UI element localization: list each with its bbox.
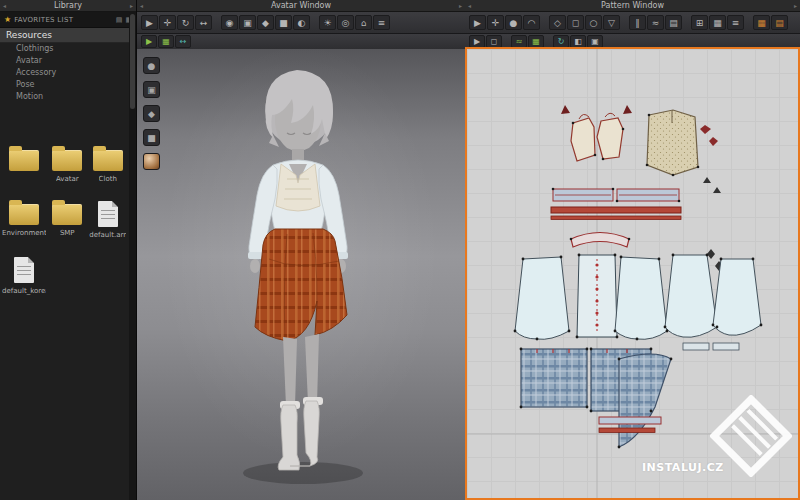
material-sphere-icon[interactable] <box>143 153 160 170</box>
library-scrollbar-thumb[interactable] <box>130 14 135 109</box>
circle-tool-icon[interactable]: ○ <box>585 15 602 30</box>
show-grid-icon[interactable]: ⊞ <box>691 15 708 30</box>
library-folder-grid: Avatar Cloth Environment SMP default.arr… <box>2 145 127 295</box>
pattern-pieces-render <box>467 49 798 498</box>
library-file-default-korean[interactable]: default_korean <box>2 255 46 295</box>
sidebar-item-pose[interactable]: Pose <box>0 79 136 91</box>
show-pose-toggle-icon[interactable]: ■ <box>275 15 292 30</box>
file-icon <box>98 201 118 227</box>
collapse-right-icon[interactable]: ▸ <box>130 0 133 11</box>
library-folder-environment[interactable]: Environment <box>2 199 46 239</box>
favorites-star-icon: ★ <box>4 15 11 24</box>
polygon-tool-icon[interactable]: ◇ <box>549 15 566 30</box>
show-shoes-icon[interactable]: ■ <box>143 129 160 146</box>
library-folder-smp[interactable]: SMP <box>48 199 87 239</box>
transform-pattern-icon[interactable]: ▶ <box>469 15 486 30</box>
favorites-label: FAVORITES LIST <box>14 16 73 24</box>
select-tool-icon[interactable]: ▶ <box>141 15 158 30</box>
measurement-tool-icon[interactable]: ↔ <box>175 35 191 48</box>
add-point-icon[interactable]: ● <box>505 15 522 30</box>
collapse-left-icon[interactable]: ◂ <box>468 0 471 11</box>
shading-mode-icon[interactable]: ◐ <box>293 15 310 30</box>
show-cloth-toggle-icon[interactable]: ▣ <box>239 15 256 30</box>
show-garment-icon[interactable]: ▣ <box>143 81 160 98</box>
avatar-3d-viewport[interactable]: ● ▣ ◆ ■ <box>137 49 465 500</box>
sidebar-item-accessory[interactable]: Accessory <box>0 67 136 79</box>
pattern-window-panel: ◂ Pattern Window ▸ ▶ ✛ ● ◠ ◇ ◻ ○ ▽ ∥ ≈ ▤ <box>465 0 800 500</box>
show-avatar-icon[interactable]: ● <box>143 57 160 74</box>
library-panel: ◂ Library ▸ ★ FAVORITES LIST ▤ ▦ Resourc… <box>0 0 137 500</box>
folder-icon <box>52 204 82 225</box>
folder-label: Avatar <box>56 175 79 183</box>
sidebar-item-avatar[interactable]: Avatar <box>0 55 136 67</box>
file-label: default_korean <box>2 287 46 295</box>
list-view-icon[interactable]: ▤ <box>116 16 123 24</box>
window-menu-icon[interactable]: ≡ <box>373 15 390 30</box>
collapse-right-icon[interactable]: ▸ <box>794 0 797 11</box>
simulate-toggle-icon[interactable]: ▶ <box>141 35 157 48</box>
avatar-toolbar-secondary: ▶ ▦ ↔ <box>137 34 465 50</box>
collapse-right-icon[interactable]: ▸ <box>459 0 462 11</box>
show-avatar-toggle-icon[interactable]: ◉ <box>221 15 238 30</box>
library-file-default-arr[interactable]: default.arr <box>89 199 128 239</box>
avatar-window-panel: ◂ Avatar Window ▸ ▶ ✛ ↻ ↔ ◉ ▣ ◆ ■ ◐ ☀ ◎ … <box>137 0 465 500</box>
sidebar-item-motion[interactable]: Motion <box>0 91 136 103</box>
show-hair-icon[interactable]: ◆ <box>143 105 160 122</box>
rectangle-tool-icon[interactable]: ◻ <box>567 15 584 30</box>
avatar-window-titlebar: ◂ Avatar Window ▸ <box>137 0 465 12</box>
file-icon <box>14 257 34 283</box>
pattern-window-titlebar: ◂ Pattern Window ▸ <box>465 0 800 12</box>
segment-sew-icon[interactable]: ∥ <box>629 15 646 30</box>
reset-camera-icon[interactable]: ⌂ <box>355 15 372 30</box>
pattern-color-icon[interactable]: ▤ <box>771 15 788 30</box>
camera-view-icon[interactable]: ◎ <box>337 15 354 30</box>
library-folder[interactable] <box>2 145 46 183</box>
free-sew-icon[interactable]: ≈ <box>647 15 664 30</box>
avatar-window-title: Avatar Window <box>271 1 331 10</box>
folder-label: Environment <box>2 229 46 237</box>
fabric-texture-icon[interactable]: ▦ <box>753 15 770 30</box>
library-titlebar: ◂ Library ▸ <box>0 0 136 12</box>
layer-menu-icon[interactable]: ≡ <box>727 15 744 30</box>
collapse-left-icon[interactable]: ◂ <box>3 0 6 11</box>
folder-icon <box>93 150 123 171</box>
file-label: default.arr <box>89 231 126 239</box>
avatar-3d-render <box>137 49 465 500</box>
dart-tool-icon[interactable]: ▽ <box>603 15 620 30</box>
scale-tool-icon[interactable]: ↔ <box>195 15 212 30</box>
light-settings-icon[interactable]: ☀ <box>319 15 336 30</box>
resources-header[interactable]: Resources <box>0 28 136 43</box>
library-scrollbar <box>129 11 136 500</box>
folder-icon <box>9 150 39 171</box>
rotate-tool-icon[interactable]: ↻ <box>177 15 194 30</box>
show-seamlines-icon[interactable]: ▤ <box>665 15 682 30</box>
fabric-grid-icon[interactable]: ▦ <box>158 35 174 48</box>
edit-pattern-icon[interactable]: ✛ <box>487 15 504 30</box>
folder-label: SMP <box>60 229 75 237</box>
texture-view-icon[interactable]: ▦ <box>709 15 726 30</box>
pattern-toolbar-main: ▶ ✛ ● ◠ ◇ ◻ ○ ▽ ∥ ≈ ▤ ⊞ ▦ ≡ ▦ <box>465 12 800 34</box>
library-title: Library <box>54 1 82 10</box>
folder-icon <box>52 150 82 171</box>
avatar-toolbar-main: ▶ ✛ ↻ ↔ ◉ ▣ ◆ ■ ◐ ☀ ◎ ⌂ ≡ <box>137 12 465 34</box>
edit-curvature-icon[interactable]: ◠ <box>523 15 540 30</box>
library-folder-avatar[interactable]: Avatar <box>48 145 87 183</box>
move-tool-icon[interactable]: ✛ <box>159 15 176 30</box>
folder-icon <box>9 204 39 225</box>
pattern-window-title: Pattern Window <box>601 1 664 10</box>
folder-label: Cloth <box>99 175 117 183</box>
collapse-left-icon[interactable]: ◂ <box>140 0 143 11</box>
favorites-bar: ★ FAVORITES LIST ▤ ▦ <box>0 12 136 28</box>
sidebar-item-clothings[interactable]: Clothings <box>0 43 136 55</box>
show-accessory-toggle-icon[interactable]: ◆ <box>257 15 274 30</box>
pattern-2d-viewport[interactable]: INSTALUJ.CZ <box>465 47 800 500</box>
avatar-display-toolbar: ● ▣ ◆ ■ <box>143 57 160 170</box>
library-folder-cloth[interactable]: Cloth <box>89 145 128 183</box>
